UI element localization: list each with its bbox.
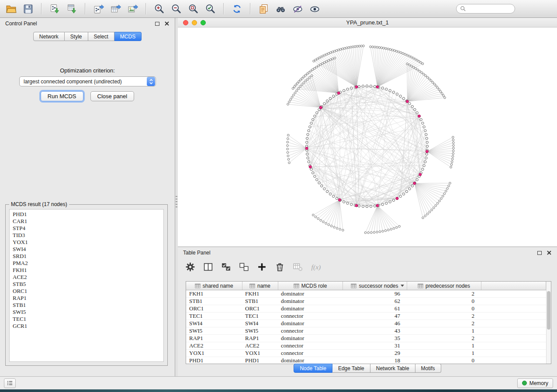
table-cell[interactable]: SWI5 bbox=[186, 327, 242, 335]
table-row[interactable]: SWI5SWI5connector431 bbox=[186, 327, 546, 335]
search-field[interactable] bbox=[456, 4, 515, 14]
tab-motifs[interactable]: Motifs bbox=[415, 364, 441, 373]
table-row[interactable]: TEC1TEC1connector472 bbox=[186, 313, 546, 320]
table-cell[interactable]: 0 bbox=[407, 305, 481, 313]
table-cell[interactable]: PHD1 bbox=[186, 357, 242, 364]
table-cell[interactable]: TEC1 bbox=[186, 313, 242, 320]
list-item[interactable]: GCR1 bbox=[10, 323, 163, 330]
table-cell[interactable]: 0 bbox=[407, 357, 481, 364]
table-cell[interactable]: 43 bbox=[343, 327, 407, 335]
columns-icon[interactable] bbox=[202, 261, 214, 273]
export-image-icon[interactable] bbox=[126, 2, 139, 15]
table-cell[interactable]: 61 bbox=[343, 305, 407, 313]
table-scrollbar[interactable] bbox=[546, 282, 551, 364]
table-cell[interactable]: 1 bbox=[407, 350, 481, 357]
list-item[interactable]: STB5 bbox=[10, 281, 163, 288]
refresh-icon[interactable] bbox=[230, 2, 243, 15]
list-item[interactable]: SWI5 bbox=[10, 309, 163, 316]
table-cell[interactable]: FKH1 bbox=[242, 290, 278, 298]
eye-slash-icon[interactable] bbox=[291, 2, 304, 15]
search-input[interactable] bbox=[468, 6, 511, 12]
table-cell[interactable]: YOX1 bbox=[186, 350, 242, 357]
list-item[interactable]: ORC1 bbox=[10, 288, 163, 295]
zoom-selected-icon[interactable] bbox=[204, 2, 217, 15]
table-cell[interactable]: PHD1 bbox=[242, 357, 278, 364]
tab-select[interactable]: Select bbox=[88, 32, 114, 41]
table-row[interactable]: ORC1ORC1dominator610 bbox=[186, 305, 546, 313]
add-row-icon[interactable] bbox=[256, 261, 268, 273]
list-item[interactable]: FKH1 bbox=[10, 267, 163, 274]
zoom-in-icon[interactable] bbox=[152, 2, 166, 15]
column-header-predecessor-nodes[interactable]: predecessor nodes bbox=[407, 282, 481, 290]
tab-style[interactable]: Style bbox=[65, 32, 88, 41]
table-row[interactable]: STB1STB1dominator620 bbox=[186, 298, 546, 305]
float-panel-icon[interactable] bbox=[155, 22, 159, 26]
list-item[interactable]: STP4 bbox=[10, 225, 163, 232]
tab-node-table[interactable]: Node Table bbox=[294, 364, 332, 373]
table-cell[interactable]: 96 bbox=[343, 290, 407, 298]
window-maximize-button[interactable] bbox=[201, 20, 206, 25]
column-header-name[interactable]: name bbox=[242, 282, 278, 290]
table-cell[interactable]: 0 bbox=[407, 298, 481, 305]
table-cell[interactable]: FKH1 bbox=[186, 290, 242, 298]
panel-selector-button[interactable] bbox=[4, 378, 16, 388]
table-cell[interactable]: dominator bbox=[278, 290, 343, 298]
mcds-result-list[interactable]: PHD1CAR1STP4TID3YOX1SWI4SRD1PMA2FKH1ACE2… bbox=[9, 209, 164, 362]
list-item[interactable]: SRD1 bbox=[10, 253, 163, 260]
tab-edge-table[interactable]: Edge Table bbox=[332, 364, 370, 373]
window-minimize-button[interactable] bbox=[192, 20, 197, 25]
table-cell[interactable]: connector bbox=[278, 313, 343, 320]
import-network-icon[interactable] bbox=[48, 2, 61, 15]
table-cell[interactable]: dominator bbox=[278, 298, 343, 305]
window-close-button[interactable] bbox=[183, 20, 188, 25]
table-cell[interactable]: TEC1 bbox=[242, 313, 278, 320]
list-item[interactable]: ACE2 bbox=[10, 274, 163, 281]
import-table-icon[interactable] bbox=[65, 2, 78, 15]
column-header-successor-nodes[interactable]: successor nodes bbox=[343, 282, 407, 290]
list-item[interactable]: PMA2 bbox=[10, 260, 163, 267]
table-cell[interactable]: RAP1 bbox=[186, 335, 242, 342]
table-cell[interactable]: 62 bbox=[343, 298, 407, 305]
table-row[interactable]: ACE2ACE2connector311 bbox=[186, 342, 546, 350]
table-cell[interactable]: 46 bbox=[343, 320, 407, 327]
table-cell[interactable]: connector bbox=[278, 327, 343, 335]
table-cell[interactable]: 2 bbox=[407, 313, 481, 320]
table-cell[interactable]: 31 bbox=[343, 342, 407, 350]
float-table-panel-icon[interactable] bbox=[537, 251, 542, 255]
table-row[interactable]: YOX1YOX1connector291 bbox=[186, 350, 546, 357]
table-cell[interactable]: 47 bbox=[343, 313, 407, 320]
table-cell[interactable]: dominator bbox=[278, 320, 343, 327]
list-item[interactable]: STB1 bbox=[10, 302, 163, 309]
network-view[interactable] bbox=[178, 28, 557, 246]
table-cell[interactable]: YOX1 bbox=[242, 350, 278, 357]
list-item[interactable]: TEC1 bbox=[10, 316, 163, 323]
table-cell[interactable]: SWI5 bbox=[242, 327, 278, 335]
table-cell[interactable]: 1 bbox=[407, 327, 481, 335]
list-item[interactable]: RAP1 bbox=[10, 295, 163, 302]
table-cell[interactable]: dominator bbox=[278, 357, 343, 364]
copy-document-icon[interactable] bbox=[257, 2, 270, 15]
table-cell[interactable]: SWI4 bbox=[242, 320, 278, 327]
close-mcds-panel-button[interactable]: Close panel bbox=[90, 91, 135, 101]
table-cell[interactable]: dominator bbox=[278, 335, 343, 342]
network-canvas-svg[interactable] bbox=[178, 28, 557, 246]
table-cell[interactable]: 35 bbox=[343, 335, 407, 342]
column-header-shared-name[interactable]: shared name bbox=[186, 282, 242, 290]
table-row[interactable]: FKH1FKH1dominator962 bbox=[186, 290, 546, 298]
unselect-all-icon[interactable] bbox=[238, 261, 250, 273]
table-cell[interactable]: connector bbox=[278, 342, 343, 350]
zoom-out-icon[interactable] bbox=[170, 2, 183, 15]
run-mcds-button[interactable]: Run MCDS bbox=[41, 91, 83, 101]
close-panel-icon[interactable] bbox=[164, 21, 170, 26]
list-item[interactable]: PHD1 bbox=[10, 211, 163, 218]
gear-icon[interactable] bbox=[184, 261, 196, 273]
table-row[interactable]: PHD1PHD1dominator180 bbox=[186, 357, 546, 364]
column-header-mcds-role[interactable]: MCDS role bbox=[278, 282, 343, 290]
table-cell[interactable]: STB1 bbox=[186, 298, 242, 305]
list-item[interactable]: CAR1 bbox=[10, 218, 163, 225]
table-cell[interactable]: 2 bbox=[407, 290, 481, 298]
open-folder-icon[interactable] bbox=[4, 2, 17, 15]
zoom-fit-icon[interactable] bbox=[187, 2, 200, 15]
table-cell[interactable]: ACE2 bbox=[186, 342, 242, 350]
table-cell[interactable]: SWI4 bbox=[186, 320, 242, 327]
